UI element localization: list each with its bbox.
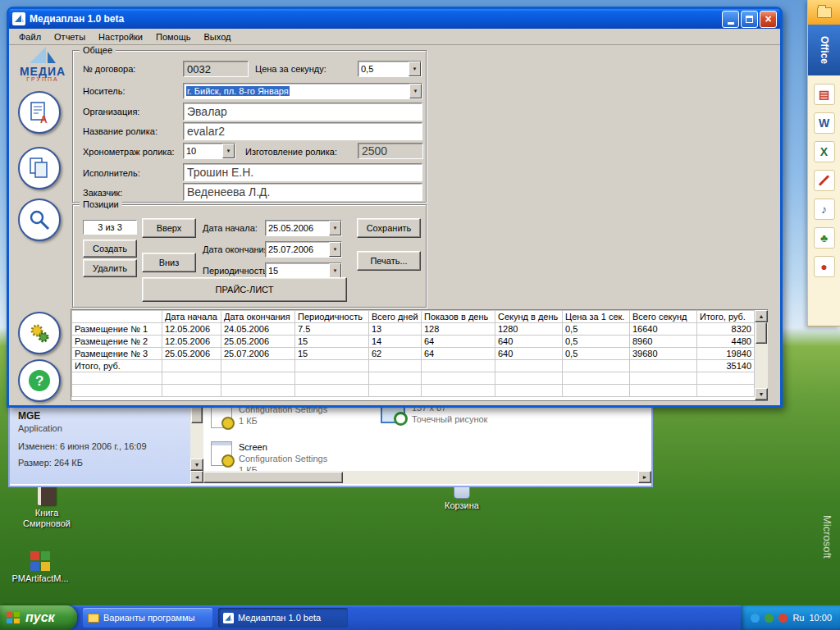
menu-exit[interactable]: Выход [198,30,238,43]
dropdown-arrow-icon[interactable]: ▼ [329,221,341,235]
menu-settings[interactable]: Настройки [92,30,149,43]
scroll-down-button[interactable]: ▼ [755,388,768,400]
grid-cell[interactable] [630,385,697,397]
grid-cell[interactable] [495,372,563,385]
grid-cell[interactable] [295,385,369,397]
grid-cell[interactable]: 25.05.2006 [221,336,295,348]
grid-column-header[interactable]: Всего дней [369,311,422,323]
grid-cell[interactable]: 39680 [630,348,697,360]
scroll-left-button[interactable]: ◄ [190,471,203,483]
dropdown-arrow-icon[interactable]: ▼ [222,144,235,158]
menu-file[interactable]: Файл [12,30,48,43]
shield-icon[interactable] [765,614,774,623]
customer-field[interactable]: Веденеева Л.Д. [183,183,422,201]
grid-row[interactable]: Итого, руб.35140 [72,360,755,372]
scrollbar-thumb[interactable] [203,472,343,483]
contract-number-field[interactable]: 0032 [183,61,249,77]
grid-cell[interactable] [162,385,221,397]
grid-cell[interactable]: 12.05.2006 [162,336,221,348]
save-button[interactable]: Сохранить [357,218,421,238]
scroll-up-button[interactable]: ▲ [755,310,768,322]
grid-cell[interactable]: 0,5 [563,323,630,336]
grid-column-header[interactable]: Секунд в день [495,311,563,323]
office-bar-header[interactable] [808,0,840,25]
copy-document-button[interactable] [18,147,61,189]
taskbar-button-folder[interactable]: Варианты программы [83,608,212,628]
edit-document-button[interactable]: A [18,91,61,134]
grid-cell[interactable]: 25.07.2006 [221,348,295,360]
grid-cell[interactable] [422,360,495,372]
grid-cell[interactable] [221,385,295,397]
grid-cell[interactable] [369,360,422,372]
minimize-button[interactable] [722,11,739,28]
grid-cell[interactable] [495,360,563,372]
network-icon[interactable] [751,614,760,623]
grid-cell[interactable]: 0,5 [563,348,630,360]
dropdown-arrow-icon[interactable]: ▼ [409,62,421,76]
grid-cell[interactable]: 64 [422,348,495,360]
grid-cell[interactable] [697,385,755,397]
folder-vertical-scrollbar[interactable]: ▼ [190,402,203,471]
close-button[interactable]: × [760,11,777,28]
grid-cell[interactable]: 128 [422,323,495,336]
grid-cell[interactable]: 8320 [697,323,755,336]
grid-cell[interactable]: 640 [495,348,563,360]
dropdown-arrow-icon[interactable]: ▼ [409,84,422,98]
maximize-button[interactable] [741,11,758,28]
dropdown-arrow-icon[interactable]: ▼ [329,242,341,257]
grid-cell[interactable] [369,385,422,397]
scroll-right-button[interactable]: ► [638,471,651,483]
grid-cell[interactable] [630,372,697,385]
grid-cell[interactable]: Размещение № 1 [72,323,162,336]
grid-cell[interactable] [162,360,221,372]
menu-help[interactable]: Помощь [149,30,198,43]
folder-horizontal-scrollbar[interactable]: ◄ ► [190,471,651,484]
grid-cell[interactable] [422,385,495,397]
office-bar-title[interactable]: Office [808,25,840,75]
periodicity-select[interactable]: 15 ▼ [265,262,342,279]
grid-column-header[interactable] [72,311,162,323]
clock-icon[interactable]: ● [814,256,835,277]
grid-cell[interactable] [563,360,630,372]
grid-cell[interactable]: 19840 [697,348,755,360]
dropdown-arrow-icon[interactable]: ▼ [329,263,341,278]
grid-cell[interactable] [221,372,295,385]
table-vertical-scrollbar[interactable]: ▲ ▼ [755,310,768,400]
taskbar-button-mediaplan[interactable]: Медиаплан 1.0 beta [218,608,348,628]
grid-cell[interactable]: Итого, руб. [72,360,162,372]
grid-cell[interactable] [72,372,162,385]
grid-cell[interactable]: 0,5 [563,336,630,348]
grid-row[interactable] [72,385,755,397]
grid-cell[interactable] [563,385,630,397]
grid-cell[interactable]: 7.5 [295,323,369,336]
grid-cell[interactable] [630,360,697,372]
update-icon[interactable] [778,614,788,623]
grid-cell[interactable]: 14 [369,336,422,348]
start-button[interactable]: пуск [0,605,77,630]
settings-button[interactable] [18,312,61,354]
desktop-icon-book[interactable]: Книга Смирновой [11,484,82,529]
grid-cell[interactable]: 24.05.2006 [221,323,295,336]
grid-cell[interactable]: 16640 [630,323,697,336]
timing-select[interactable]: 10 ▼ [183,143,235,159]
grid-cell[interactable]: 12.05.2006 [162,323,221,336]
create-button[interactable]: Создать [83,240,137,258]
file-item[interactable]: Screen Configuration Settings 1 КБ [211,441,327,471]
grid-row[interactable]: Размещение № 112.05.200624.05.20067.5131… [72,323,755,336]
grid-row[interactable]: Размещение № 212.05.200625.05.2006151464… [72,336,755,348]
grid-cell[interactable]: Размещение № 2 [72,336,162,348]
desktop-icon-pmartifact[interactable]: PMArtifactM... [5,551,75,584]
grid-cell[interactable]: 13 [369,323,422,336]
clip-name-field[interactable]: evalar2 [183,122,422,140]
grid-column-header[interactable]: Итого, руб. [697,311,755,323]
sound-icon[interactable]: ♪ [814,199,835,220]
search-button[interactable] [18,199,61,241]
grid-cell[interactable]: 4480 [697,336,755,348]
grid-cell[interactable]: 640 [495,336,563,348]
grid-cell[interactable] [221,360,295,372]
date-end-select[interactable]: 25.07.2006 ▼ [265,241,342,258]
grid-cell[interactable] [697,372,755,385]
grid-column-header[interactable]: Периодичность [295,311,369,323]
title-bar[interactable]: Медиаплан 1.0 beta × [9,9,780,29]
scrollbar-thumb[interactable] [756,322,767,344]
